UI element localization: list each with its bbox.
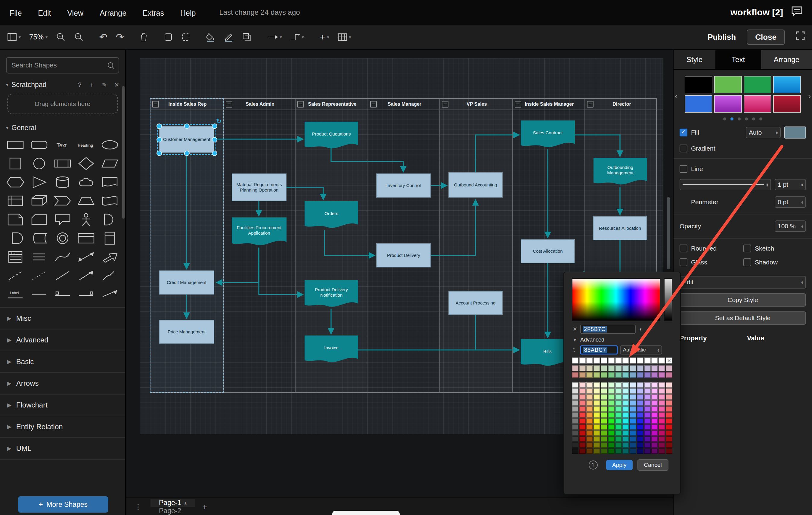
grid-color[interactable] — [622, 436, 629, 442]
shape-circle[interactable] — [27, 154, 51, 173]
swatch-next-icon[interactable]: › — [808, 91, 811, 101]
swatch-page-dot-4[interactable] — [752, 117, 755, 120]
grid-color[interactable] — [593, 394, 600, 400]
color-mode-dropdown[interactable]: Automatic▴▾ — [620, 346, 662, 354]
grid-color[interactable] — [615, 406, 622, 412]
selection-handle[interactable] — [184, 151, 190, 156]
grid-color[interactable] — [608, 388, 615, 394]
grid-color[interactable] — [593, 412, 600, 418]
section-uml[interactable]: ▶UML — [0, 438, 125, 460]
page-tab-page-2[interactable]: Page-2 — [150, 507, 195, 515]
shape-list[interactable]: List — [4, 248, 27, 266]
shape-data-storage[interactable] — [27, 229, 51, 248]
preset-color[interactable] — [579, 357, 586, 363]
grid-color[interactable] — [615, 394, 622, 400]
grid-color[interactable] — [572, 424, 578, 430]
connection-style-button[interactable]: ▾ — [267, 33, 282, 40]
grid-color[interactable] — [630, 394, 636, 400]
comments-icon[interactable] — [791, 6, 802, 18]
grid-color[interactable] — [651, 424, 658, 430]
waypoint-style-button[interactable]: ▾ — [290, 33, 304, 41]
node-resources-allocation[interactable]: Resources Allocation — [593, 216, 647, 240]
grid-color[interactable] — [579, 442, 586, 448]
grid-color[interactable] — [572, 400, 578, 406]
grid-color[interactable] — [601, 418, 607, 424]
grid-color[interactable] — [651, 400, 658, 406]
grid-color[interactable] — [572, 418, 578, 424]
scratchpad-header[interactable]: ▾ Scratchpad ? ＋ ✎ ✕ — [0, 76, 125, 91]
grid-color[interactable] — [666, 442, 672, 448]
muted-color[interactable] — [572, 365, 578, 371]
selection-handle[interactable] — [156, 124, 162, 129]
grid-color[interactable] — [644, 412, 651, 418]
grid-color[interactable] — [666, 394, 672, 400]
contrast-icon[interactable]: ◐ — [638, 326, 644, 332]
grid-color[interactable] — [644, 430, 651, 436]
style-swatch-4[interactable] — [685, 95, 713, 113]
line-width-stepper[interactable]: 1 pt▴▾ — [775, 179, 806, 190]
preset-color[interactable] — [608, 357, 615, 363]
shape-text[interactable]: Text — [51, 136, 74, 154]
shape-ellipse[interactable] — [98, 136, 122, 154]
swatch-page-dot-0[interactable] — [723, 117, 726, 120]
insert-button[interactable]: +▾ — [320, 32, 329, 42]
rounded-checkb ox[interactable] — [679, 245, 687, 252]
grid-color[interactable] — [630, 436, 636, 442]
preset-color[interactable] — [622, 357, 629, 363]
grid-color[interactable] — [666, 382, 672, 388]
grid-color[interactable] — [666, 436, 672, 442]
preset-color[interactable] — [586, 357, 593, 363]
grid-color[interactable] — [608, 400, 615, 406]
clear-color-cell[interactable]: ✕ — [666, 357, 672, 363]
muted-color[interactable] — [572, 372, 578, 378]
grid-color[interactable] — [637, 400, 643, 406]
menu-view[interactable]: View — [67, 9, 83, 17]
grid-color[interactable] — [572, 449, 578, 454]
muted-color[interactable] — [644, 365, 651, 371]
grid-color[interactable] — [572, 430, 578, 436]
section-arrows[interactable]: ▶Arrows — [0, 373, 125, 395]
style-swatch-3[interactable] — [773, 76, 801, 93]
set-default-style-button[interactable]: Set as Default Style — [679, 311, 806, 325]
grid-color[interactable] — [630, 382, 636, 388]
grid-color[interactable] — [615, 436, 622, 442]
muted-color[interactable] — [608, 372, 615, 378]
grid-color[interactable] — [601, 394, 607, 400]
grid-color[interactable] — [586, 388, 593, 394]
grid-color[interactable] — [644, 400, 651, 406]
selection-handle[interactable] — [156, 151, 162, 156]
grid-color[interactable] — [644, 388, 651, 394]
grid-color[interactable] — [608, 382, 615, 388]
muted-color[interactable] — [622, 372, 629, 378]
publish-button[interactable]: Publish — [707, 32, 736, 42]
fill-color-swatch[interactable] — [784, 127, 806, 139]
grid-color[interactable] — [630, 442, 636, 448]
shape-label[interactable]: Label — [4, 285, 27, 304]
muted-color[interactable] — [651, 372, 658, 378]
shape-directional-connector[interactable] — [74, 266, 98, 285]
grid-color[interactable] — [659, 412, 665, 418]
muted-color[interactable] — [637, 372, 643, 378]
muted-color[interactable] — [579, 372, 586, 378]
grid-color[interactable] — [651, 394, 658, 400]
grid-color[interactable] — [579, 436, 586, 442]
grid-color[interactable] — [622, 388, 629, 394]
tab-text[interactable]: Text — [716, 50, 761, 69]
grid-color[interactable] — [572, 382, 578, 388]
opacity-stepper[interactable]: 100 %▴▾ — [775, 220, 806, 232]
muted-color[interactable] — [601, 365, 607, 371]
grid-color[interactable] — [572, 406, 578, 412]
node-invoice[interactable]: Invoice — [304, 335, 358, 364]
grid-color[interactable] — [644, 449, 651, 454]
grid-color[interactable] — [608, 394, 615, 400]
sidebar-scrollbar[interactable] — [122, 86, 125, 219]
grid-color[interactable] — [637, 449, 643, 454]
node-cost-allocation[interactable]: Cost Allocation — [521, 239, 575, 263]
chevron-down-icon[interactable]: ▾ — [572, 337, 578, 343]
grid-color[interactable] — [622, 424, 629, 430]
grid-color[interactable] — [586, 412, 593, 418]
grid-color[interactable] — [659, 442, 665, 448]
shape-line[interactable] — [51, 266, 74, 285]
page-menu-icon[interactable]: ▴ — [184, 500, 186, 506]
edit-icon[interactable]: ✎ — [102, 81, 107, 88]
